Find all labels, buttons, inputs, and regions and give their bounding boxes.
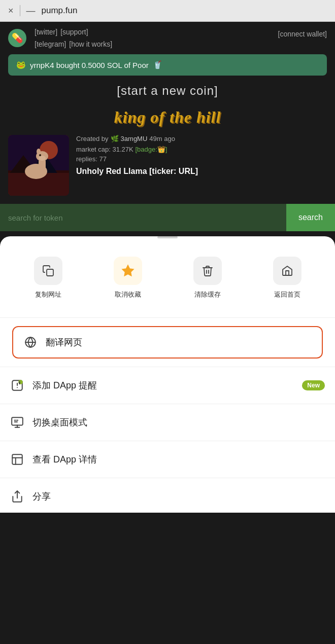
nav-links-row-2: [telegram] [how it works] (35, 40, 327, 48)
svg-rect-12 (47, 269, 53, 276)
quick-action-home[interactable]: 返回首页 (247, 248, 327, 307)
search-bar: search (0, 204, 335, 231)
search-input[interactable] (0, 204, 286, 231)
nav-bar: 💊 [twitter] [support] [connect wallet] [… (0, 22, 335, 54)
quick-action-copy-url[interactable]: 复制网址 (8, 248, 88, 307)
unfavorite-label: 取消收藏 (115, 290, 141, 299)
menu-item-desktop-mode[interactable]: 切换桌面模式 (0, 406, 335, 439)
quick-actions-grid: 复制网址 取消收藏 清除缓存 (0, 248, 335, 315)
nav-support-link[interactable]: [support] (60, 28, 88, 38)
browser-minimize-button[interactable]: — (26, 6, 36, 16)
svg-point-11 (37, 149, 41, 155)
browser-title: pump.fun (42, 6, 78, 16)
svg-point-10 (39, 154, 41, 156)
ticker-text: yrnpK4 bought 0.5000 SOL of Poor (30, 61, 149, 69)
home-icon (281, 265, 293, 277)
koth-info: Created by 🌿 3amgMU 49m ago market cap: … (76, 135, 327, 176)
sheet-divider-3 (0, 404, 335, 404)
home-icon-bg (273, 257, 302, 285)
add-dapp-label: 添加 DApp 提醒 (32, 379, 294, 391)
bottom-sheet: 复制网址 取消收藏 清除缓存 (0, 236, 335, 513)
dapp-reminder-icon: ! (10, 378, 24, 392)
translate-icon (23, 335, 38, 349)
share-icon (10, 489, 24, 504)
bottom-sheet-handle (157, 236, 178, 238)
dapp-details-icon (10, 452, 24, 467)
quick-action-clear-cache[interactable]: 清除缓存 (168, 248, 247, 307)
menu-item-dapp-details[interactable]: 查看 DApp 详情 (0, 443, 335, 476)
nav-links-row-1: [twitter] [support] [connect wallet] (35, 28, 327, 38)
sheet-divider-2 (0, 367, 335, 367)
koth-market-cap: market cap: 31.27K [badge:👑] (76, 146, 327, 153)
menu-item-share[interactable]: 分享 (0, 480, 335, 513)
sheet-divider-4 (0, 441, 335, 441)
koth-image[interactable] (8, 135, 69, 196)
clear-cache-label: 清除缓存 (194, 290, 221, 299)
nav-logo: 💊 (8, 29, 26, 47)
copy-url-icon-bg (34, 257, 62, 285)
star-icon (121, 264, 135, 277)
svg-point-9 (39, 156, 46, 161)
share-label: 分享 (32, 490, 325, 503)
translate-label: 翻译网页 (46, 336, 312, 348)
menu-item-translate[interactable]: 翻译网页 (12, 326, 323, 359)
start-coin-button[interactable]: [start a new coin] (0, 84, 335, 98)
browser-close-button[interactable]: × (8, 6, 14, 16)
nav-connect-wallet[interactable]: [connect wallet] (278, 30, 327, 38)
ticker-right-emoji: 🥤 (153, 60, 162, 69)
koth-title: king of the hill (0, 108, 335, 127)
clear-cache-icon-bg (193, 257, 222, 285)
copy-icon (42, 265, 54, 277)
ticker-left-emoji: 🐸 (16, 60, 26, 69)
desktop-mode-icon (10, 415, 24, 430)
sheet-divider-1 (0, 317, 335, 318)
sheet-divider-5 (0, 478, 335, 478)
dapp-details-label: 查看 DApp 详情 (32, 453, 325, 466)
svg-marker-13 (122, 265, 133, 276)
nav-telegram-link[interactable]: [telegram] (35, 40, 66, 48)
quick-action-unfavorite[interactable]: 取消收藏 (88, 248, 168, 307)
koth-coin-name: Unholy Red Llama [ticker: URL] (76, 167, 327, 176)
koth-badge[interactable]: [badge:👑] (135, 146, 167, 153)
add-dapp-badge: New (302, 380, 325, 390)
browser-chrome: × — pump.fun (0, 0, 335, 22)
home-label: 返回首页 (274, 290, 300, 299)
trash-icon (202, 265, 214, 277)
koth-replies: replies: 77 (76, 155, 327, 163)
menu-item-add-dapp[interactable]: ! 添加 DApp 提醒 New (0, 369, 335, 402)
koth-card: Created by 🌿 3amgMU 49m ago market cap: … (0, 135, 335, 204)
nav-how-it-works-link[interactable]: [how it works] (69, 40, 112, 48)
unfavorite-icon-bg (114, 257, 142, 285)
nav-twitter-link[interactable]: [twitter] (35, 28, 57, 38)
app-content: 💊 [twitter] [support] [connect wallet] [… (0, 22, 335, 231)
ticker-banner: 🐸 yrnpK4 bought 0.5000 SOL of Poor 🥤 (8, 54, 327, 76)
copy-url-label: 复制网址 (35, 290, 61, 299)
search-button[interactable]: search (286, 204, 335, 231)
svg-rect-18 (12, 417, 23, 425)
svg-rect-21 (12, 454, 22, 464)
browser-divider (20, 5, 20, 16)
desktop-mode-label: 切换桌面模式 (32, 416, 325, 428)
koth-meta: Created by 🌿 3amgMU 49m ago (76, 135, 327, 142)
